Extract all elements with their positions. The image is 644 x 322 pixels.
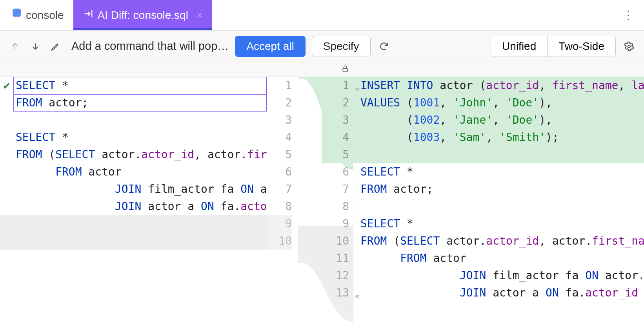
line-number: 11 (322, 250, 349, 267)
view-mode-toggle: Unified Two-Side (491, 36, 616, 57)
diff-toolbar: Add a command that will pop… Accept all … (0, 31, 644, 62)
line-number: 12 (322, 267, 349, 284)
line-number: 6 (267, 163, 292, 181)
code-line[interactable]: ✔SELECT * (0, 77, 267, 94)
next-diff-icon[interactable] (28, 39, 42, 53)
line-number: 7 (267, 181, 292, 198)
code-line[interactable] (353, 198, 644, 215)
code-line[interactable] (0, 112, 267, 129)
svg-rect-1 (343, 68, 347, 71)
line-number: 1 (267, 77, 292, 94)
code-line[interactable] (0, 232, 267, 250)
line-number: 8 (322, 198, 349, 215)
prev-diff-icon[interactable] (8, 39, 22, 53)
tabs-bar: console AI Diff: console.sql × ⋮ (0, 0, 644, 31)
view-unified-button[interactable]: Unified (491, 36, 547, 57)
left-pane[interactable]: ✔SELECT *FROM actor;SELECT *FROM (SELECT… (0, 77, 267, 322)
code-line[interactable]: JOIN actor a ON fa.actor_i (0, 198, 267, 215)
code-line[interactable]: INSERT INTO actor (actor_id, first_name,… (353, 77, 644, 94)
accept-all-button[interactable]: Accept all (235, 36, 305, 57)
code-line[interactable] (0, 215, 267, 232)
code-line[interactable]: JOIN film_actor fa ON actc (0, 181, 267, 198)
collapse-icon[interactable]: « (355, 80, 358, 97)
diff-arrow-icon (83, 8, 94, 22)
left-gutter: 12345678910 (267, 77, 298, 322)
code-line[interactable]: SELECT * (353, 215, 644, 232)
lock-icon (341, 65, 349, 74)
code-line[interactable]: FROM actor (353, 250, 644, 267)
code-line[interactable]: VALUES (1001, 'John', 'Doe'), (353, 94, 644, 112)
code-line[interactable]: FROM (SELECT actor.actor_id, actor.first… (353, 232, 644, 250)
line-number: 4 (322, 129, 349, 146)
line-number: 7 (322, 181, 349, 198)
code-line[interactable]: FROM actor; (353, 181, 644, 198)
line-number: 4 (267, 129, 292, 146)
settings-icon[interactable] (622, 39, 636, 53)
line-number: 3 (322, 112, 349, 129)
readonly-bar (0, 62, 644, 77)
line-number: 10 (322, 232, 349, 250)
code-line[interactable]: JOIN actor a ON fa.actor_id (353, 284, 644, 302)
code-line[interactable]: (1002, 'Jane', 'Doe'), (353, 112, 644, 129)
edit-icon[interactable] (49, 39, 63, 53)
checkmark-icon: ✔ (4, 77, 10, 94)
line-number: 1« (322, 77, 349, 94)
svg-point-0 (628, 45, 631, 48)
line-number: 10 (267, 232, 292, 250)
line-number: 13« (322, 284, 349, 302)
line-number: 9 (267, 215, 292, 232)
code-line[interactable]: FROM actor (0, 163, 267, 181)
tab-console-label: console (26, 9, 64, 22)
more-menu-icon[interactable]: ⋮ (613, 9, 644, 22)
code-line[interactable]: FROM actor; (0, 94, 267, 112)
line-number: 8 (267, 198, 292, 215)
code-line[interactable] (353, 146, 644, 163)
collapse-icon[interactable]: « (355, 287, 358, 305)
diff-connector: 1«2345678910111213« (298, 77, 353, 322)
tab-ai-diff[interactable]: AI Diff: console.sql × (73, 0, 212, 30)
code-line[interactable]: SELECT * (0, 129, 267, 146)
tab-ai-diff-label: AI Diff: console.sql (98, 9, 188, 22)
code-line[interactable]: (1003, 'Sam', 'Smith'); (353, 129, 644, 146)
line-number: 5 (322, 146, 349, 163)
line-number: 6 (322, 163, 349, 181)
line-number: 5 (267, 146, 292, 163)
postgres-icon (9, 7, 22, 23)
close-icon[interactable]: × (197, 10, 202, 21)
right-pane[interactable]: INSERT INTO actor (actor_id, first_name,… (353, 77, 644, 322)
code-line[interactable]: JOIN film_actor fa ON actor. (353, 267, 644, 284)
line-number: 2 (322, 94, 349, 112)
view-two-side-button[interactable]: Two-Side (547, 36, 615, 57)
diff-view: ✔SELECT *FROM actor;SELECT *FROM (SELECT… (0, 77, 644, 322)
refresh-icon[interactable] (377, 39, 391, 53)
command-prompt-text: Add a command that will pop… (71, 40, 229, 53)
line-number: 3 (267, 112, 292, 129)
line-number: 9 (322, 215, 349, 232)
code-line[interactable]: SELECT * (353, 163, 644, 181)
specify-button[interactable]: Specify (312, 36, 371, 57)
code-line[interactable]: FROM (SELECT actor.actor_id, actor.first… (0, 146, 267, 163)
line-number: 2 (267, 94, 292, 112)
tab-console[interactable]: console (0, 0, 73, 30)
